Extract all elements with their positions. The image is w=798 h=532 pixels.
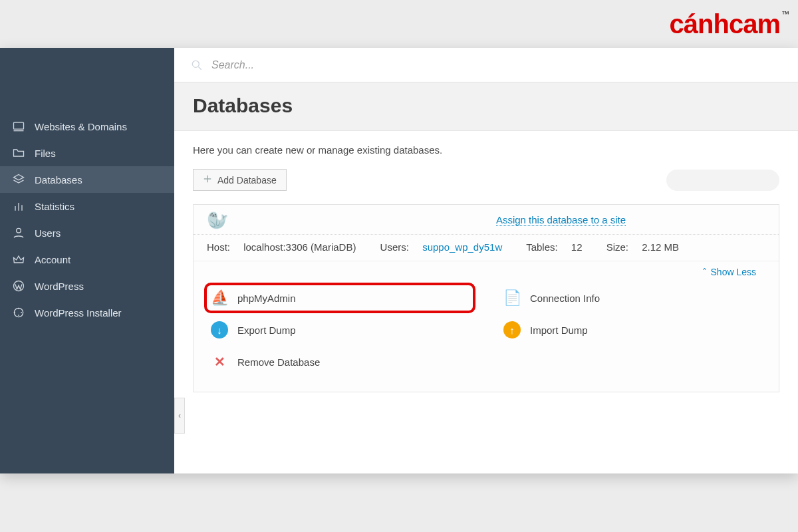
database-card: 🦭 Assign this database to a site Host: l…	[193, 204, 779, 392]
users-link[interactable]: suppo_wp_dy51w	[422, 241, 502, 253]
add-database-button[interactable]: Add Database	[193, 169, 287, 191]
sidebar-item-label: Account	[35, 254, 70, 265]
tables-value: 12	[571, 241, 583, 253]
size-value: 2.12 MB	[642, 241, 679, 253]
content-area: Here you can create new or manage existi…	[174, 131, 798, 473]
connection-info-label: Connection Info	[530, 293, 600, 304]
bar-chart-icon	[12, 200, 25, 213]
show-less-row: ˄ Show Less	[194, 261, 779, 280]
sidebar-item-label: WordPress Installer	[35, 307, 122, 319]
wordpress-icon	[12, 279, 25, 293]
size-label: Size:	[606, 241, 628, 253]
toolbar: Add Database	[193, 169, 779, 191]
page-header: Databases	[174, 82, 798, 131]
brand-logo: cánhcam™	[670, 9, 789, 39]
sidebar: Websites & Domains Files Databases Stati…	[0, 48, 174, 473]
assign-database-link[interactable]: Assign this database to a site	[496, 214, 626, 226]
filter-placeholder	[666, 170, 779, 191]
plus-icon	[203, 174, 212, 186]
app-frame: Websites & Domains Files Databases Stati…	[0, 48, 798, 473]
database-head: 🦭 Assign this database to a site	[194, 205, 779, 235]
sidebar-collapse-handle[interactable]: ‹	[174, 398, 185, 434]
database-actions: ⛵ phpMyAdmin 📄 Connection Info ↓ Export …	[194, 280, 779, 392]
remove-database-label: Remove Database	[237, 356, 320, 368]
sidebar-item-wp-installer[interactable]: WordPress Installer	[0, 299, 174, 326]
user-icon	[12, 226, 25, 239]
svg-point-9	[192, 61, 199, 67]
show-less-label: Show Less	[711, 267, 756, 277]
intro-text: Here you can create new or manage existi…	[193, 144, 779, 156]
sidebar-item-wordpress[interactable]: WordPress	[0, 273, 174, 299]
sidebar-item-label: WordPress	[35, 281, 84, 292]
tables-label: Tables:	[526, 241, 558, 253]
remove-database-action[interactable]: ✕ Remove Database	[207, 348, 473, 376]
crown-icon	[12, 253, 25, 266]
svg-marker-2	[14, 175, 24, 180]
sidebar-item-label: Databases	[35, 174, 82, 186]
sidebar-item-users[interactable]: Users	[0, 219, 174, 246]
svg-line-10	[199, 66, 201, 69]
sidebar-item-label: Statistics	[35, 201, 74, 212]
import-dump-label: Import Dump	[530, 325, 588, 336]
host-label: Host:	[207, 241, 230, 253]
export-dump-action[interactable]: ↓ Export Dump	[207, 316, 473, 344]
monitor-icon	[12, 120, 25, 133]
show-less-toggle[interactable]: ˄ Show Less	[702, 267, 756, 277]
search-input[interactable]	[211, 59, 782, 71]
page-title: Databases	[193, 94, 779, 117]
seal-icon: 🦭	[207, 211, 228, 229]
search-bar	[174, 48, 798, 82]
sidebar-item-account[interactable]: Account	[0, 246, 174, 273]
svg-rect-0	[14, 122, 24, 129]
spinner-icon	[12, 306, 25, 319]
sidebar-item-websites-domains[interactable]: Websites & Domains	[0, 113, 174, 140]
import-dump-action[interactable]: ↑ Import Dump	[499, 316, 765, 344]
svg-point-6	[17, 228, 21, 233]
database-meta: Host: localhost:3306 (MariaDB) Users: su…	[194, 235, 779, 261]
brand-bar: cánhcam™	[0, 0, 798, 48]
phpmyadmin-label: phpMyAdmin	[237, 293, 296, 304]
sidebar-item-label: Websites & Domains	[35, 121, 127, 132]
sidebar-item-databases[interactable]: Databases	[0, 166, 174, 193]
users-label: Users:	[380, 241, 409, 253]
search-icon	[190, 59, 203, 72]
connection-info-action[interactable]: 📄 Connection Info	[499, 284, 765, 312]
close-icon: ✕	[211, 353, 228, 370]
add-database-label: Add Database	[217, 175, 277, 186]
connection-info-icon: 📄	[503, 289, 521, 307]
sidebar-item-label: Files	[35, 148, 56, 159]
phpmyadmin-icon: ⛵	[211, 289, 228, 307]
sidebar-item-statistics[interactable]: Statistics	[0, 193, 174, 219]
layers-icon	[12, 173, 25, 186]
main-area: Databases Here you can create new or man…	[174, 48, 798, 473]
export-dump-label: Export Dump	[237, 325, 296, 336]
phpmyadmin-action[interactable]: ⛵ phpMyAdmin	[204, 283, 475, 313]
upload-icon: ↑	[503, 321, 521, 338]
chevron-up-icon: ˄	[702, 267, 707, 277]
folder-icon	[12, 146, 25, 160]
download-icon: ↓	[211, 321, 228, 338]
sidebar-item-files[interactable]: Files	[0, 140, 174, 166]
chevron-left-icon: ‹	[178, 411, 181, 420]
host-value: localhost:3306 (MariaDB)	[243, 241, 356, 253]
sidebar-item-label: Users	[35, 227, 61, 239]
